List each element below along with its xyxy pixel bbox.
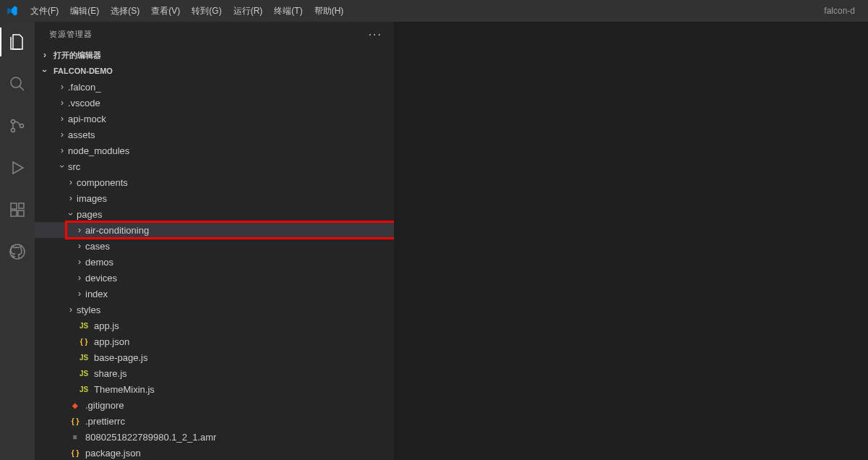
svg-rect-7 [19,203,24,208]
tree-item-label: .falcon_ [68,82,101,93]
file-item[interactable]: JSshare.js [35,365,394,381]
file-type-icon: JS [77,386,91,393]
chevron-right-icon: › [74,289,85,299]
tree-item-label: components [77,177,128,188]
project-section[interactable]: › FALCON-DEMO [35,63,394,79]
menu-item[interactable]: 终端(T) [268,2,308,20]
project-name-label: FALCON-DEMO [53,67,113,75]
folder-item[interactable]: ›air-conditioning [35,222,394,238]
folder-item[interactable]: ›styles [35,302,394,318]
open-editors-label: 打开的编辑器 [53,50,101,61]
svg-point-0 [11,77,21,88]
sidebar-title: 资源管理器 ··· [35,22,394,47]
folder-item[interactable]: ›demos [35,254,394,270]
folder-item[interactable]: ›assets [35,127,394,142]
open-editors-section[interactable]: › 打开的编辑器 [35,47,394,63]
chevron-right-icon: › [56,114,68,124]
folder-item[interactable]: ›pages [35,206,394,222]
extensions-icon[interactable] [0,195,35,224]
folder-item[interactable]: ›.vscode [35,95,394,111]
file-tree: ›.falcon_›.vscode›api-mock›assets›node_m… [35,79,394,460]
file-item[interactable]: JSbase-page.js [35,349,394,365]
search-icon[interactable] [0,69,35,98]
tree-item-label: app.json [94,336,129,347]
explorer-icon[interactable] [0,27,35,56]
menu-item[interactable]: 转到(G) [186,2,227,20]
tree-item-label: 8080251822789980.1_2_1.amr [85,432,216,443]
file-type-icon: { } [77,338,91,346]
tree-item-label: api-mock [68,114,106,124]
more-actions-icon[interactable]: ··· [369,28,382,41]
svg-rect-4 [11,203,17,209]
menu-item[interactable]: 编辑(E) [64,2,105,20]
run-debug-icon[interactable] [0,153,35,182]
tree-item-label: pages [77,209,102,220]
tree-item-label: devices [85,273,117,284]
file-type-icon: ≡ [68,433,82,441]
chevron-down-icon: › [57,161,67,172]
tree-item-label: cases [85,241,110,252]
folder-item[interactable]: ›components [35,174,394,190]
tree-item-label: styles [77,304,100,315]
svg-point-8 [10,244,25,259]
file-item[interactable]: { }.prettierrc [35,413,394,429]
chevron-right-icon: › [56,129,68,140]
tree-item-label: src [68,161,80,172]
tree-item-label: share.js [94,368,127,379]
chevron-right-icon: › [65,177,77,187]
explorer-sidebar: 资源管理器 ··· › 打开的编辑器 › FALCON-DEMO ›.falco… [35,22,394,460]
menubar: 文件(F)编辑(E)选择(S)查看(V)转到(G)运行(R)终端(T)帮助(H)… [0,0,868,22]
folder-item[interactable]: ›node_modules [35,142,394,158]
menu-item[interactable]: 查看(V) [145,2,186,20]
tree-item-label: demos [85,257,113,268]
folder-item[interactable]: ›devices [35,270,394,286]
tree-item-label: ThemeMixin.js [94,384,155,395]
tree-item-label: .prettierrc [85,416,125,427]
window-title: falcon-d [351,6,862,16]
activity-bar [0,22,35,460]
folder-item[interactable]: ›.falcon_ [35,79,394,95]
menu-item[interactable]: 文件(F) [25,2,64,20]
menu-item[interactable]: 帮助(H) [309,2,350,20]
file-item[interactable]: ◆.gitignore [35,397,394,413]
file-type-icon: JS [77,370,91,378]
folder-item[interactable]: ›api-mock [35,111,394,127]
menu-item[interactable]: 运行(R) [228,2,269,20]
tree-item-label: air-conditioning [85,225,149,236]
chevron-right-icon: › [56,82,68,92]
chevron-right-icon: › [74,257,85,267]
svg-point-3 [20,124,24,128]
github-icon[interactable] [0,237,35,266]
file-item[interactable]: JSThemeMixin.js [35,381,394,397]
chevron-right-icon: › [56,98,68,108]
folder-item[interactable]: ›cases [35,238,394,254]
source-control-icon[interactable] [0,111,35,140]
tree-item-label: .gitignore [85,400,124,411]
folder-item[interactable]: ›src [35,158,394,174]
file-item[interactable]: { }app.json [35,333,394,349]
chevron-right-icon: › [65,304,77,315]
editor-area [394,22,868,460]
chevron-down-icon: › [40,65,50,77]
tree-item-label: app.js [94,320,119,331]
file-item[interactable]: ≡8080251822789980.1_2_1.amr [35,429,394,445]
menu-item[interactable]: 选择(S) [105,2,145,20]
chevron-right-icon: › [39,50,51,60]
folder-item[interactable]: ›images [35,190,394,206]
file-item[interactable]: { }package.json [35,445,394,460]
svg-rect-5 [11,210,17,216]
chevron-right-icon: › [56,145,68,156]
file-item[interactable]: JSapp.js [35,318,394,333]
tree-item-label: assets [68,129,95,140]
tree-item-label: node_modules [68,145,129,156]
chevron-down-icon: › [66,208,76,220]
tree-item-label: .vscode [68,98,100,108]
folder-item[interactable]: ›index [35,286,394,302]
chevron-right-icon: › [74,241,85,251]
chevron-right-icon: › [74,273,85,283]
chevron-right-icon: › [74,225,85,235]
tree-item-label: package.json [85,448,141,459]
file-type-icon: ◆ [68,401,82,409]
tree-item-label: index [85,289,108,299]
file-type-icon: { } [68,449,82,457]
